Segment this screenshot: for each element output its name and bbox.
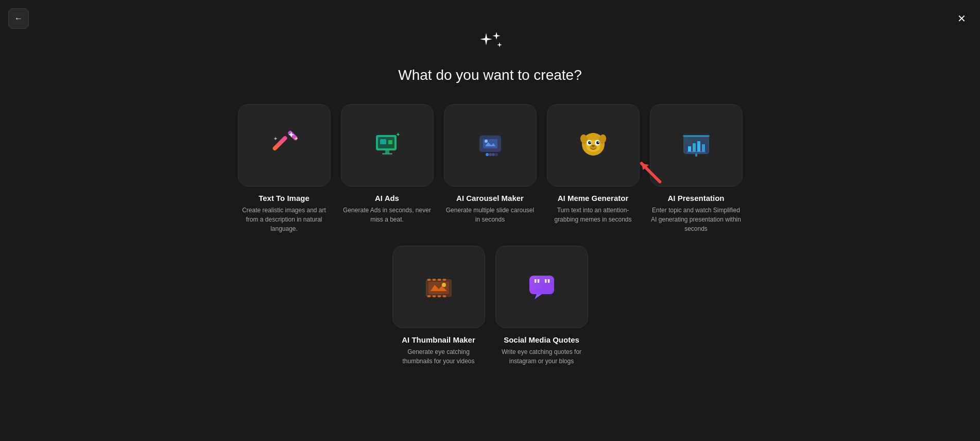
card-icon-box-social-media-quotes: " " <box>495 246 588 328</box>
svg-rect-30 <box>697 141 700 151</box>
cards-row-2: AI Thumbnail Maker Generate eye catching… <box>392 246 588 366</box>
card-ai-ads[interactable]: AI Ads Generate Ads in seconds, never mi… <box>341 104 434 233</box>
svg-text:": " <box>544 276 551 292</box>
card-desc-social-media-quotes: Write eye catching quotes for instagram … <box>495 347 588 366</box>
page-title: What do you want to create? <box>398 67 581 83</box>
card-ai-thumbnail[interactable]: AI Thumbnail Maker Generate eye catching… <box>392 246 485 366</box>
main-content: What do you want to create? <box>0 0 980 378</box>
ai-presentation-icon <box>680 129 713 162</box>
social-media-quotes-icon: " " <box>525 270 558 303</box>
svg-rect-39 <box>443 279 446 281</box>
svg-rect-5 <box>388 140 392 144</box>
svg-rect-41 <box>433 295 436 297</box>
card-ai-meme[interactable]: AI Meme Generator Turn text into an atte… <box>547 104 640 233</box>
card-desc-ai-thumbnail: Generate eye catching thumbnails for you… <box>392 347 485 366</box>
svg-rect-44 <box>428 282 449 294</box>
svg-rect-36 <box>427 279 431 281</box>
svg-rect-33 <box>695 154 697 157</box>
ai-thumbnail-icon <box>422 270 455 303</box>
svg-point-22 <box>596 141 599 144</box>
svg-rect-43 <box>443 295 446 297</box>
ai-ads-icon <box>371 129 404 162</box>
svg-rect-1 <box>287 130 298 141</box>
svg-rect-32 <box>687 151 706 152</box>
card-icon-box-ai-meme <box>547 104 640 186</box>
card-desc-ai-presentation: Enter topic and watch Simplified AI gene… <box>650 206 743 233</box>
arrow-indicator <box>633 160 664 188</box>
svg-point-24 <box>598 142 599 143</box>
card-icon-box-ai-carousel <box>444 104 537 186</box>
svg-rect-40 <box>427 295 431 297</box>
back-icon: ← <box>14 14 23 23</box>
card-title-ai-presentation: AI Presentation <box>667 194 724 202</box>
svg-point-21 <box>588 141 591 144</box>
close-button[interactable]: ✕ <box>951 8 972 29</box>
svg-point-23 <box>590 142 591 143</box>
card-icon-box-text-to-image <box>238 104 331 186</box>
svg-rect-29 <box>693 143 696 151</box>
card-title-social-media-quotes: Social Media Quotes <box>504 335 579 344</box>
cards-row-1: Text To Image Create realistic images an… <box>238 104 743 233</box>
svg-rect-4 <box>380 139 386 144</box>
svg-rect-34 <box>683 135 710 137</box>
svg-point-26 <box>592 145 595 147</box>
card-title-ai-meme: AI Meme Generator <box>558 194 629 202</box>
card-desc-text-to-image: Create realistic images and art from a d… <box>238 206 331 233</box>
card-ai-carousel[interactable]: AI Carousel Maker Generate multiple slid… <box>444 104 537 233</box>
card-title-ai-thumbnail: AI Thumbnail Maker <box>402 335 475 344</box>
ai-meme-icon <box>577 129 610 162</box>
card-desc-ai-carousel: Generate multiple slide carousel in seco… <box>444 206 537 224</box>
svg-rect-42 <box>438 295 441 297</box>
svg-rect-31 <box>702 144 705 151</box>
svg-point-13 <box>492 153 495 156</box>
svg-rect-37 <box>433 279 436 281</box>
card-title-ai-ads: AI Ads <box>375 194 399 202</box>
svg-point-14 <box>495 153 498 156</box>
card-title-ai-carousel: AI Carousel Maker <box>456 194 524 202</box>
card-text-to-image[interactable]: Text To Image Create realistic images an… <box>238 104 331 233</box>
svg-point-11 <box>486 153 489 156</box>
svg-point-12 <box>489 153 492 156</box>
card-social-media-quotes[interactable]: " " Social Media Quotes Write eye catchi… <box>495 246 588 366</box>
svg-rect-38 <box>438 279 441 281</box>
ai-carousel-icon <box>474 129 507 162</box>
svg-rect-7 <box>382 153 392 155</box>
close-icon: ✕ <box>957 12 966 25</box>
svg-rect-0 <box>272 135 288 151</box>
card-title-text-to-image: Text To Image <box>259 194 310 202</box>
back-button[interactable]: ← <box>8 8 29 29</box>
sparkle-icon <box>475 31 506 59</box>
card-icon-box-ai-ads <box>341 104 434 186</box>
svg-text:": " <box>534 276 540 292</box>
card-icon-box-ai-thumbnail <box>392 246 485 328</box>
svg-point-45 <box>442 283 446 287</box>
text-to-image-icon <box>268 129 301 162</box>
card-desc-ai-meme: Turn text into an attention-grabbing mem… <box>547 206 640 224</box>
card-desc-ai-ads: Generate Ads in seconds, never miss a be… <box>341 206 434 224</box>
svg-point-10 <box>485 140 488 143</box>
svg-rect-28 <box>688 146 691 151</box>
